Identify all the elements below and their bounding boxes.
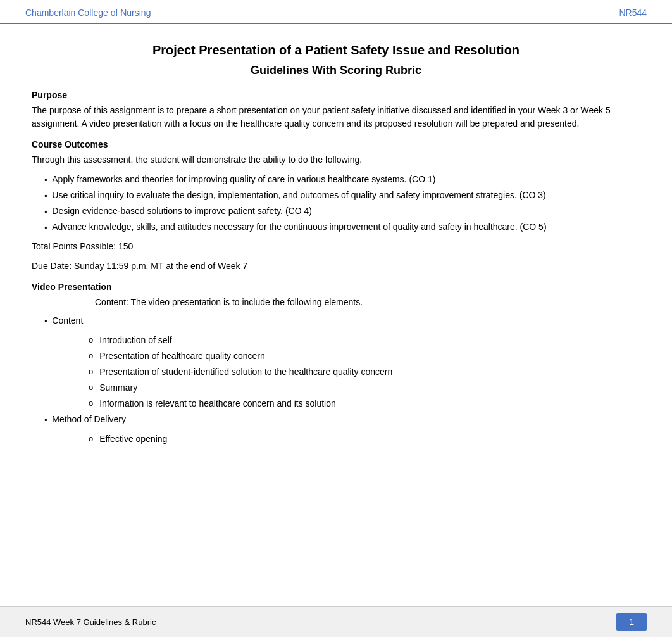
method-bullet-item: Method of Delivery — [44, 413, 640, 426]
footer-label: NR544 Week 7 Guidelines & Rubric — [25, 617, 156, 627]
list-item: Use critical inquiry to evaluate the des… — [44, 189, 640, 202]
method-bullet-list: Method of Delivery — [44, 413, 640, 426]
list-item: oSummary — [89, 381, 640, 394]
page-number-button[interactable]: 1 — [616, 613, 647, 631]
total-points: Total Points Possible: 150 — [32, 240, 640, 253]
document-subtitle: Guidelines With Scoring Rubric — [32, 64, 640, 77]
list-item: oInformation is relevant to healthcare c… — [89, 397, 640, 410]
header: Chamberlain College of Nursing NR544 — [0, 0, 672, 23]
video-presentation-heading: Video Presentation — [32, 282, 640, 292]
list-item: Design evidence-based solutions to impro… — [44, 205, 640, 218]
purpose-text: The purpose of this assignment is to pre… — [32, 104, 640, 130]
content-bullet-item: Content — [44, 314, 640, 327]
footer: NR544 Week 7 Guidelines & Rubric 1 — [0, 606, 672, 637]
list-item: Advance knowledge, skills, and attitudes… — [44, 220, 640, 234]
list-item: Apply frameworks and theories for improv… — [44, 173, 640, 186]
list-item: oEffective opening — [89, 432, 640, 446]
purpose-heading: Purpose — [32, 90, 640, 100]
main-content: Project Presentation of a Patient Safety… — [0, 24, 672, 606]
course-outcomes-intro: Through this assessment, the student wil… — [32, 153, 640, 167]
list-item: oPresentation of student-identified solu… — [89, 365, 640, 379]
institution-name: Chamberlain College of Nursing — [25, 8, 151, 18]
method-sub-list: oEffective opening — [89, 432, 640, 446]
content-sub-list: oIntroduction of self oPresentation of h… — [89, 334, 640, 410]
page-container: Chamberlain College of Nursing NR544 Pro… — [0, 0, 672, 637]
content-intro: Content: The video presentation is to in… — [95, 296, 640, 309]
outcomes-list: Apply frameworks and theories for improv… — [44, 173, 640, 234]
document-title: Project Presentation of a Patient Safety… — [32, 43, 640, 58]
due-date: Due Date: Sunday 11:59 p.m. MT at the en… — [32, 260, 640, 273]
content-bullet-list: Content — [44, 314, 640, 327]
list-item: oIntroduction of self — [89, 334, 640, 347]
course-code: NR544 — [619, 8, 647, 18]
course-outcomes-heading: Course Outcomes — [32, 139, 640, 149]
list-item: oPresentation of healthcare quality conc… — [89, 350, 640, 363]
